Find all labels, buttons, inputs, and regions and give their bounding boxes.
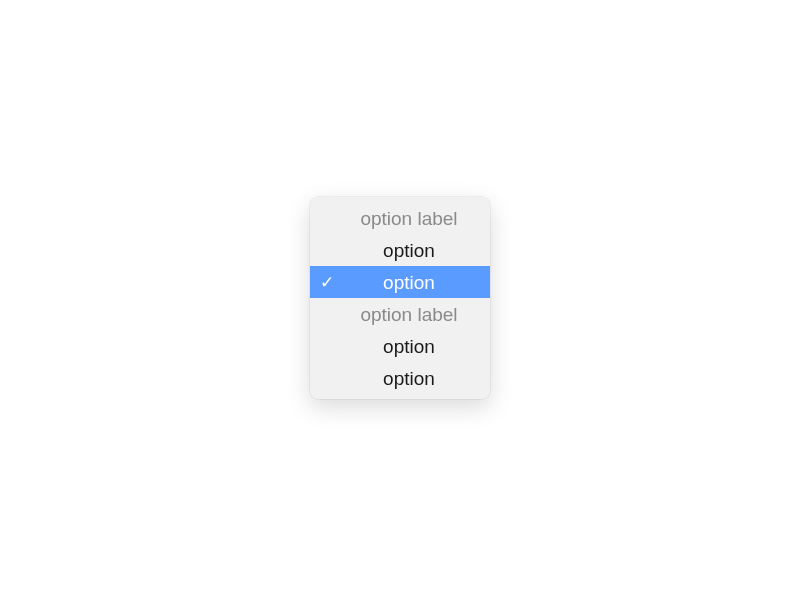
dropdown-menu[interactable]: option label option ✓ option option labe… bbox=[310, 197, 490, 399]
option-label: option bbox=[342, 273, 476, 292]
option-label: option bbox=[342, 337, 476, 356]
check-icon: ✓ bbox=[320, 274, 342, 291]
group-label-text: option label bbox=[342, 305, 476, 324]
option-item[interactable]: option bbox=[310, 362, 490, 394]
option-label: option bbox=[342, 369, 476, 388]
option-item[interactable]: option bbox=[310, 330, 490, 362]
option-item[interactable]: option bbox=[310, 234, 490, 266]
option-label: option bbox=[342, 241, 476, 260]
group-label: option label bbox=[310, 202, 490, 234]
option-item-selected[interactable]: ✓ option bbox=[310, 266, 490, 298]
group-label-text: option label bbox=[342, 209, 476, 228]
group-label: option label bbox=[310, 298, 490, 330]
